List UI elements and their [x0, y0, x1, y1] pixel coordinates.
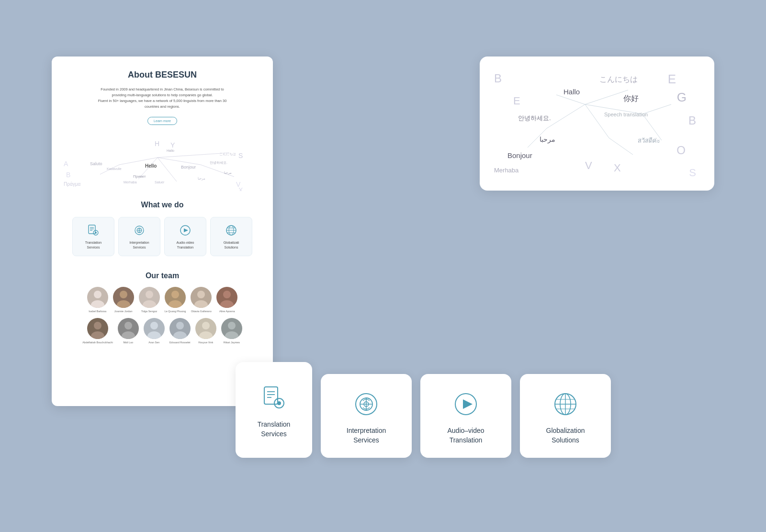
svg-line-51 — [585, 104, 609, 138]
member-name-6: Aline Apoena — [216, 310, 237, 313]
avatar-aline — [216, 287, 237, 308]
avatar-le — [165, 287, 186, 308]
globe-icon-small — [224, 223, 238, 238]
team-member-2: Joannie Jordan — [113, 287, 134, 313]
doc-icon — [86, 223, 101, 238]
avatar-isabel — [87, 287, 108, 308]
svg-point-30 — [171, 291, 179, 298]
svg-point-35 — [220, 300, 234, 308]
member-name-9: Aran Sen — [144, 341, 165, 344]
play-icon-large — [451, 390, 480, 419]
svg-line-48 — [585, 90, 628, 104]
svg-point-40 — [150, 322, 158, 329]
avatar-moli — [118, 318, 139, 339]
svg-point-29 — [143, 300, 156, 308]
team-member-3: Tolga Sengoz — [139, 287, 160, 313]
audio-wave-icon-small — [132, 223, 146, 238]
service-card-globalization-large[interactable]: GlobalizationSolutions — [520, 374, 611, 458]
svg-point-37 — [91, 331, 104, 339]
svg-point-44 — [202, 322, 210, 329]
service-card-interpretation-large[interactable]: InterpretationServices — [321, 374, 412, 458]
svg-rect-57 — [264, 387, 278, 404]
globe-icon-large — [551, 390, 580, 419]
avatar-joannie — [113, 287, 134, 308]
what-we-do-title: What we do — [66, 201, 259, 209]
svg-point-62 — [277, 401, 281, 405]
team-member-12: Hikari Jaymes — [221, 318, 242, 344]
svg-line-52 — [556, 95, 585, 104]
left-panel: About BESESUN Founded in 2009 and headqu… — [52, 57, 273, 406]
avatar-edouard — [169, 318, 191, 339]
svg-marker-69 — [463, 399, 473, 409]
interpretation-label-large: InterpretationServices — [347, 426, 386, 445]
team-member-5: Ottavia Gallerano — [191, 287, 212, 313]
our-team-section: Our team Isabel Barbosa Joannie Jordan T… — [52, 264, 273, 357]
service-card-audiovideo-large[interactable]: Audio–videoTranslation — [420, 374, 511, 458]
audiovideo-label-large: Audio–videoTranslation — [447, 426, 484, 445]
svg-rect-7 — [89, 225, 95, 234]
team-member-4: Le Quang Phuong — [165, 287, 186, 313]
about-title: About BESESUN — [71, 70, 254, 80]
svg-line-6 — [158, 158, 177, 181]
about-text: Founded in 2009 and headquartered in Jin… — [71, 87, 254, 110]
what-we-do-section: What we do TranslationServices — [52, 191, 273, 264]
member-name-10: Edouard Rosselet — [169, 341, 191, 344]
play-icon-small — [178, 223, 192, 238]
svg-point-43 — [173, 331, 187, 339]
team-row-1: Isabel Barbosa Joannie Jordan Tolga Seng… — [66, 287, 259, 313]
svg-line-55 — [609, 138, 633, 155]
translation-label: TranslationServices — [77, 240, 110, 250]
member-name-5: Ottavia Gallerano — [191, 310, 212, 313]
avatar-abdelfattah — [87, 318, 108, 339]
team-member-10: Edouard Rosselet — [169, 318, 191, 344]
audiovideo-label: Audio-videoTranslation — [169, 240, 202, 250]
team-member-7: Abdelfattah Bouchckhachi — [82, 318, 113, 344]
lang-network-mini: Saluto Kadavulle Привет Hello Bonjour こん… — [61, 138, 263, 191]
team-member-1: Isabel Barbosa — [87, 287, 108, 313]
lang-network-viz: こんにちは Hallo 你好 안녕하세요. Speech translation… — [489, 66, 705, 181]
avatar-houyue — [195, 318, 216, 339]
avatar-aran — [144, 318, 165, 339]
svg-point-39 — [122, 331, 135, 339]
our-team-title: Our team — [66, 272, 259, 280]
interpretation-label: InterpretationServices — [123, 240, 156, 250]
learn-more-button[interactable]: Learn more — [147, 117, 177, 125]
svg-line-2 — [158, 153, 229, 158]
member-name-12: Hikari Jaymes — [221, 341, 242, 344]
member-name-2: Joannie Jordan — [113, 310, 134, 313]
member-name-11: Houyue Vink — [195, 341, 216, 344]
team-member-8: Moli Luo — [118, 318, 139, 344]
globalization-label: GlobalizatiSolutions — [214, 240, 248, 250]
service-card-audiovideo[interactable]: Audio-videoTranslation — [164, 217, 206, 256]
avatar-hikari — [221, 318, 242, 339]
service-card-interpretation[interactable]: InterpretationServices — [118, 217, 160, 256]
member-name-7: Abdelfattah Bouchckhachi — [82, 341, 113, 344]
member-name-4: Le Quang Phuong — [165, 310, 186, 313]
svg-point-36 — [94, 322, 101, 329]
svg-point-38 — [124, 322, 132, 329]
member-name-8: Moli Luo — [118, 341, 139, 344]
svg-point-12 — [95, 232, 97, 234]
svg-point-24 — [94, 291, 101, 298]
audio-wave-icon-large — [352, 390, 381, 419]
svg-point-41 — [147, 331, 161, 339]
svg-point-28 — [146, 291, 153, 298]
svg-line-50 — [547, 104, 585, 128]
avatar-tolga — [139, 287, 160, 308]
team-member-11: Houyue Vink — [195, 318, 216, 344]
svg-point-46 — [228, 322, 236, 329]
svg-line-1 — [158, 158, 201, 165]
service-card-globalization[interactable]: GlobalizatiSolutions — [210, 217, 252, 256]
svg-point-34 — [223, 291, 231, 298]
team-member-6: Aline Apoena — [216, 287, 237, 313]
doc-icon-large — [259, 384, 288, 412]
translation-label-large: TranslationServices — [258, 420, 291, 439]
svg-point-25 — [91, 300, 104, 308]
avatar-ottavia — [191, 287, 212, 308]
svg-point-27 — [117, 300, 130, 308]
service-card-translation-large[interactable]: TranslationServices — [236, 362, 312, 458]
svg-point-47 — [225, 331, 238, 339]
service-card-translation[interactable]: TranslationServices — [72, 217, 114, 256]
globalization-label-large: GlobalizationSolutions — [546, 426, 585, 445]
svg-marker-18 — [184, 228, 188, 232]
